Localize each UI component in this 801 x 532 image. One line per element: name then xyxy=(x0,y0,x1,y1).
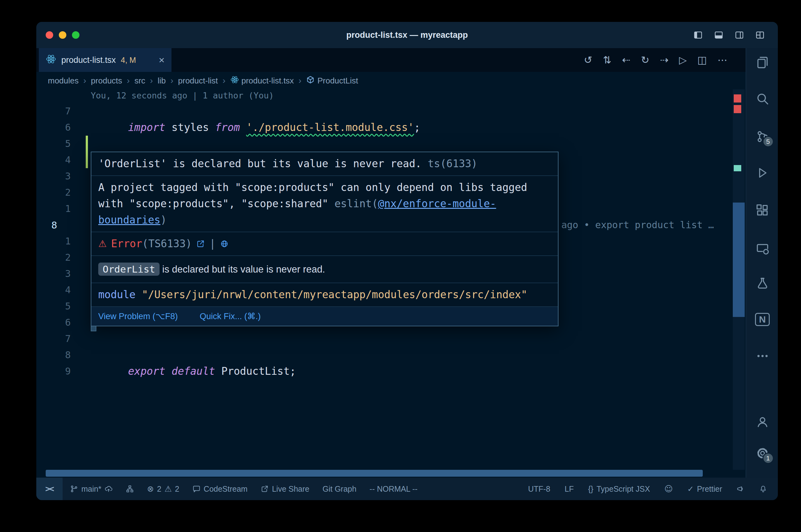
toggle-sidebar-icon[interactable] xyxy=(693,30,703,40)
run-debug-icon[interactable] xyxy=(746,166,778,180)
git-graph-status[interactable]: Git Graph xyxy=(323,484,357,494)
local-history-icon[interactable]: ↺ xyxy=(584,54,592,66)
settings-gear-icon[interactable]: 1 xyxy=(746,446,778,460)
error-code: (TS6133) xyxy=(142,238,192,250)
minimize-window-button[interactable] xyxy=(59,31,66,39)
editor[interactable]: 7 6 5 4 3 2 1 8 1 2 3 4 5 6 7 8 9 You, 1… xyxy=(36,89,746,478)
comment-bubble-icon xyxy=(193,485,201,493)
git-added-gutter-marker xyxy=(86,136,88,168)
react-file-icon xyxy=(46,54,56,66)
breadcrumb-item-file[interactable]: product-list.tsx xyxy=(230,75,294,86)
error-label: Error xyxy=(111,238,142,250)
line-number: 1 xyxy=(36,233,71,249)
breadcrumb-item-products[interactable]: products xyxy=(91,76,122,86)
run-file-icon[interactable]: ▷ xyxy=(679,54,687,66)
zoom-window-button[interactable] xyxy=(72,31,79,39)
resize-grip[interactable] xyxy=(91,326,96,331)
more-actions-icon[interactable]: ⋯ xyxy=(717,54,727,66)
feedback-smiley[interactable]: ☺ xyxy=(664,484,673,494)
testing-icon[interactable] xyxy=(746,277,778,290)
source-graph-button[interactable] xyxy=(126,485,134,493)
layout-controls xyxy=(693,22,765,48)
previous-change-icon[interactable]: ⇠ xyxy=(622,54,631,66)
activity-bar: 5 N 1 xyxy=(746,48,778,478)
settings-badge: 1 xyxy=(763,453,774,464)
error-message-row: OrderList is declared but its value is n… xyxy=(91,256,558,283)
line-number: 3 xyxy=(36,266,71,282)
errors-icon: ⊗ xyxy=(147,484,154,494)
customize-layout-icon[interactable] xyxy=(755,30,765,40)
encoding-status[interactable]: UTF-8 xyxy=(528,484,550,494)
close-window-button[interactable] xyxy=(46,31,53,39)
source-control-icon[interactable]: 5 xyxy=(746,130,778,144)
breadcrumb-item-product-list[interactable]: product-list xyxy=(178,76,218,86)
error-header-row: ⚠ Error(TS6133) | xyxy=(91,232,558,256)
more-views-icon[interactable] xyxy=(746,349,778,363)
breadcrumb-item-lib[interactable]: lib xyxy=(158,76,166,86)
warning-triangle-icon: ⚠ xyxy=(98,236,107,252)
line-number: 8 xyxy=(36,347,71,363)
remote-explorer-icon[interactable] xyxy=(746,242,778,256)
language-status[interactable]: {} TypeScript JSX xyxy=(588,484,650,494)
open-changes-icon[interactable]: ⇅ xyxy=(603,54,612,66)
react-file-icon xyxy=(230,75,239,86)
symbol-cube-icon xyxy=(306,75,315,86)
nx-console-icon[interactable]: N xyxy=(746,313,778,326)
chevron-right-icon: › xyxy=(169,76,174,86)
tab-product-list[interactable]: product-list.tsx 4, M × xyxy=(39,48,171,72)
globe-icon[interactable] xyxy=(220,240,229,248)
git-blame-codelens[interactable]: You, 12 seconds ago | 1 author (You) xyxy=(91,88,274,104)
sync-icon[interactable]: ↻ xyxy=(641,54,650,66)
traffic-lights xyxy=(46,22,79,48)
line-number: 9 xyxy=(36,363,71,379)
bell-icon xyxy=(759,485,767,493)
tab-modified-badge: 4, M xyxy=(121,56,136,65)
live-share-status[interactable]: Live Share xyxy=(261,484,309,494)
branch-status[interactable]: main* xyxy=(70,484,113,494)
hover-tooltip: 'OrderList' is declared but its value is… xyxy=(91,152,559,326)
module-path-row: module"/Users/juri/nrwl/content/myreacta… xyxy=(91,283,558,307)
next-change-icon[interactable]: ⇢ xyxy=(660,54,668,66)
split-editor-icon[interactable]: ◫ xyxy=(697,54,707,66)
toggle-panel-icon[interactable] xyxy=(714,30,723,40)
prettier-status[interactable]: ✓ Prettier xyxy=(687,484,722,494)
source-control-badge: 5 xyxy=(763,136,774,147)
breadcrumb-item-modules[interactable]: modules xyxy=(48,76,78,86)
window-title: product-list.tsx — myreactapp xyxy=(36,30,778,40)
code-line-export-default[interactable]: export default ProductList; xyxy=(91,347,296,363)
module-path: "/Users/juri/nrwl/content/myreactapp/mod… xyxy=(142,288,527,301)
search-icon[interactable] xyxy=(746,92,778,106)
breadcrumb-item-symbol[interactable]: ProductList xyxy=(306,75,358,86)
eslint-source-suffix: ) xyxy=(161,214,167,226)
scrollbar-slider[interactable] xyxy=(733,203,745,317)
eol-status[interactable]: LF xyxy=(565,484,574,494)
problems-status[interactable]: ⊗ 2 ⚠ 2 xyxy=(147,484,179,494)
horizontal-scrollbar[interactable] xyxy=(46,470,703,477)
symbol-badge: OrderList xyxy=(98,263,160,276)
braces-icon: {} xyxy=(588,484,594,494)
remote-indicator[interactable]: >< xyxy=(36,478,62,500)
announcement-button[interactable] xyxy=(736,485,745,493)
view-problem-link[interactable]: View Problem (⌥F8) xyxy=(98,311,178,321)
quick-fix-link[interactable]: Quick Fix... (⌘.) xyxy=(200,311,261,321)
error-message-text: is declared but its value is never read. xyxy=(160,264,325,275)
accounts-icon[interactable] xyxy=(746,415,778,429)
notifications-button[interactable] xyxy=(759,485,767,493)
codestream-status[interactable]: CodeStream xyxy=(193,484,248,494)
chevron-right-icon: › xyxy=(149,76,153,86)
line-number: 6 xyxy=(36,119,71,136)
cloud-upload-icon xyxy=(105,485,113,493)
extensions-icon[interactable] xyxy=(746,204,778,217)
tab-label: product-list.tsx xyxy=(61,55,116,65)
open-external-icon[interactable] xyxy=(196,240,205,248)
breadcrumb-item-src[interactable]: src xyxy=(134,76,145,86)
ruler-error-mark xyxy=(734,105,741,113)
line-number: 2 xyxy=(36,249,71,266)
tab-close-icon[interactable]: × xyxy=(159,55,165,65)
branch-name: main* xyxy=(81,484,102,494)
code-line-import-styles[interactable]: import styles from './product-list.modul… xyxy=(91,103,420,119)
error-count: 2 xyxy=(157,484,161,494)
explorer-icon[interactable] xyxy=(746,56,778,70)
code-line-import-orderlist[interactable]: import { OrderList } from '@myreactapp/m… xyxy=(91,136,470,152)
toggle-secondary-sidebar-icon[interactable] xyxy=(735,30,744,40)
